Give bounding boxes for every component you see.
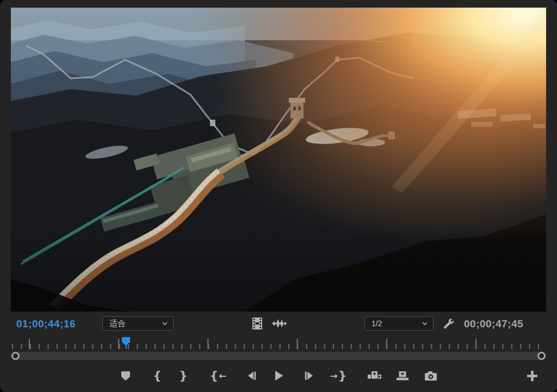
scrollbar-track[interactable] — [11, 352, 546, 360]
insert-button[interactable] — [364, 365, 385, 386]
current-timecode[interactable]: 01;00;44;16 — [16, 312, 76, 336]
transport-controls: { } { ← → — [0, 361, 557, 392]
playback-resolution-select[interactable]: 1/2 — [364, 316, 434, 331]
drag-audio-only-button[interactable] — [270, 313, 288, 334]
button-editor-button[interactable] — [522, 365, 542, 386]
overwrite-icon — [397, 371, 409, 381]
mark-out-button[interactable]: } — [173, 365, 194, 386]
play-icon — [275, 371, 283, 381]
add-marker-button[interactable] — [115, 365, 136, 386]
ruler-minor-ticks — [11, 344, 546, 349]
marker-icon — [121, 371, 130, 381]
wrench-icon — [443, 318, 455, 329]
scrollbar-right-handle[interactable] — [537, 352, 546, 360]
scrollbar-left-handle[interactable] — [11, 352, 20, 360]
play-button[interactable] — [269, 365, 289, 386]
monitor-control-bar: 01;00;44;16 适合 — [0, 312, 557, 336]
timeline-ruler[interactable] — [11, 336, 546, 350]
drag-video-only-button[interactable] — [248, 313, 267, 334]
chevron-down-icon — [422, 322, 428, 326]
goto-in-button[interactable]: { ← — [208, 365, 228, 386]
settings-button[interactable] — [440, 313, 458, 334]
filmstrip-icon — [252, 318, 262, 329]
zoom-level-value: 适合 — [103, 319, 162, 329]
mark-in-button[interactable]: { — [147, 365, 168, 386]
plus-icon — [527, 371, 537, 381]
camera-icon — [425, 371, 437, 381]
insert-icon — [368, 371, 381, 381]
duration-timecode: 00;00;47;45 — [464, 312, 523, 336]
video-preview — [11, 8, 546, 312]
step-forward-icon — [305, 371, 313, 380]
mark-out-icon: } — [179, 370, 188, 382]
zoom-level-select[interactable]: 适合 — [102, 316, 174, 331]
step-forward-button[interactable] — [298, 365, 319, 386]
step-back-button[interactable] — [242, 365, 262, 386]
playback-resolution-value: 1/2 — [365, 319, 422, 328]
chevron-down-icon — [162, 322, 168, 326]
playhead-stem — [126, 345, 127, 349]
zoom-scrollbar — [11, 352, 546, 360]
goto-out-icon: → } — [330, 370, 347, 382]
overwrite-button[interactable] — [392, 365, 413, 386]
step-back-icon — [248, 371, 256, 380]
mark-in-icon: { — [153, 370, 162, 382]
goto-in-icon: { ← — [210, 370, 227, 382]
export-frame-button[interactable] — [420, 365, 441, 386]
goto-out-button[interactable]: → } — [328, 365, 349, 386]
great-wall-sunset-frame — [11, 8, 546, 312]
audio-waveform-icon — [272, 319, 287, 328]
source-monitor-panel: 01;00;44;16 适合 — [0, 0, 557, 392]
